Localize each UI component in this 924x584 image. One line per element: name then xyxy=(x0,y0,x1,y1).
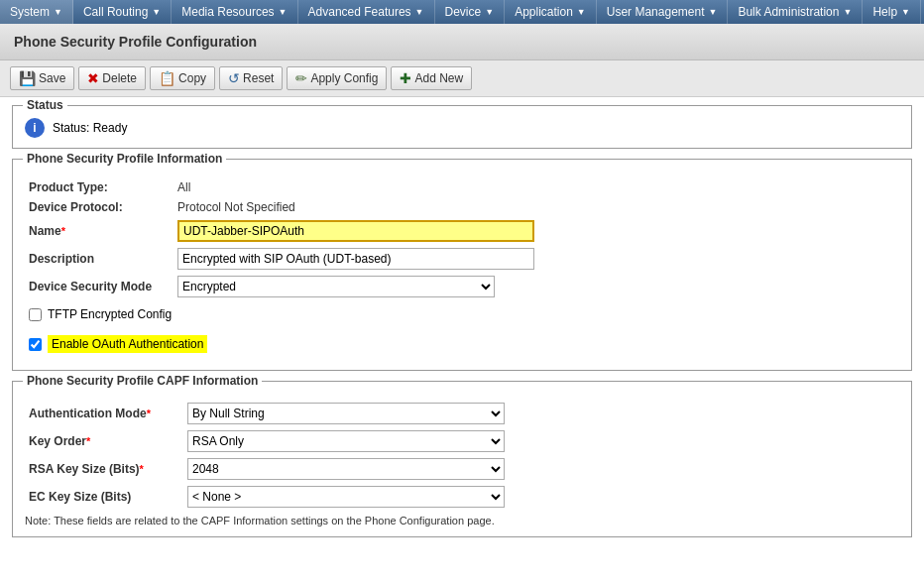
ec-key-size-label: EC Key Size (Bits) xyxy=(25,483,183,511)
chevron-down-icon: ▼ xyxy=(279,7,288,17)
auth-mode-label: Authentication Mode* xyxy=(25,400,183,427)
product-type-row: Product Type: All xyxy=(25,177,899,197)
add-new-button[interactable]: ✚ Add New xyxy=(391,66,472,90)
device-protocol-label: Device Protocol: xyxy=(25,197,173,217)
tftp-checkbox[interactable] xyxy=(29,308,42,321)
navbar-item-media-resources[interactable]: Media Resources ▼ xyxy=(172,0,297,24)
navbar-item-help[interactable]: Help ▼ xyxy=(863,0,921,24)
device-security-mode-label: Device Security Mode xyxy=(25,273,173,300)
page-title: Phone Security Profile Configuration xyxy=(0,24,924,60)
chevron-down-icon: ▼ xyxy=(708,7,717,17)
tftp-label: TFTP Encrypted Config xyxy=(48,307,172,321)
chevron-down-icon: ▼ xyxy=(415,7,424,17)
navbar-item-bulk-administration[interactable]: Bulk Administration ▼ xyxy=(728,0,863,24)
navbar-item-user-management[interactable]: User Management ▼ xyxy=(597,0,729,24)
device-security-mode-select[interactable]: Encrypted Non Secure Authenticated xyxy=(177,276,495,297)
name-row: Name* xyxy=(25,217,899,245)
chevron-down-icon: ▼ xyxy=(152,7,161,17)
add-icon: ✚ xyxy=(400,70,411,86)
capf-info-section: Phone Security Profile CAPF Information … xyxy=(12,381,912,537)
required-star-rsa: * xyxy=(140,463,144,475)
capf-note: Note: These fields are related to the CA… xyxy=(25,515,899,526)
reset-icon: ↺ xyxy=(228,70,240,86)
status-text: Status: Ready xyxy=(53,121,127,135)
product-type-label: Product Type: xyxy=(25,177,173,197)
reset-button[interactable]: ↺ Reset xyxy=(219,66,283,90)
navbar-item-device[interactable]: Device ▼ xyxy=(435,0,506,24)
profile-info-section: Phone Security Profile Information Produ… xyxy=(12,159,912,371)
capf-table: Authentication Mode* By Null String By A… xyxy=(25,400,899,511)
copy-button[interactable]: 📋 Copy xyxy=(150,66,215,90)
required-star: * xyxy=(61,225,65,237)
save-button[interactable]: 💾 Save xyxy=(10,66,74,90)
delete-button[interactable]: ✖ Delete xyxy=(78,66,146,90)
status-content: i Status: Ready xyxy=(25,118,899,138)
description-row: Description xyxy=(25,245,899,273)
oauth-label: Enable OAuth Authentication xyxy=(48,335,207,353)
oauth-checkbox[interactable] xyxy=(29,338,42,351)
chevron-down-icon: ▼ xyxy=(901,7,910,17)
key-order-label: Key Order* xyxy=(25,427,183,455)
navbar-item-system[interactable]: System ▼ xyxy=(0,0,73,24)
rsa-key-size-label: RSA Key Size (Bits)* xyxy=(25,455,183,483)
status-section-title: Status xyxy=(23,98,67,112)
oauth-checkbox-row: Enable OAuth Authentication xyxy=(29,335,895,353)
auth-mode-row: Authentication Mode* By Null String By A… xyxy=(25,400,899,427)
description-input[interactable] xyxy=(177,248,534,270)
required-star-auth: * xyxy=(147,408,151,419)
chevron-down-icon: ▼ xyxy=(577,7,586,17)
info-icon: i xyxy=(25,118,45,138)
chevron-down-icon: ▼ xyxy=(843,7,852,17)
navbar: System ▼ Call Routing ▼ Media Resources … xyxy=(0,0,924,24)
apply-icon: ✏ xyxy=(295,70,307,86)
tftp-checkbox-row: TFTP Encrypted Config xyxy=(29,307,895,321)
navbar-item-application[interactable]: Application ▼ xyxy=(505,0,597,24)
status-section: Status i Status: Ready xyxy=(12,105,912,149)
rsa-key-size-select[interactable]: 512 1024 2048 xyxy=(187,458,505,480)
delete-icon: ✖ xyxy=(87,70,99,86)
device-protocol-value: Protocol Not Specified xyxy=(173,197,899,217)
name-input[interactable] xyxy=(177,220,534,242)
top-toolbar: 💾 Save ✖ Delete 📋 Copy ↺ Reset ✏ Apply C… xyxy=(0,60,924,97)
navbar-item-call-routing[interactable]: Call Routing ▼ xyxy=(73,0,172,24)
capf-info-title: Phone Security Profile CAPF Information xyxy=(23,374,262,388)
profile-info-title: Phone Security Profile Information xyxy=(23,152,226,166)
ec-key-size-row: EC Key Size (Bits) < None > 256 384 521 xyxy=(25,483,899,511)
ec-key-size-select[interactable]: < None > 256 384 521 xyxy=(187,486,505,508)
device-protocol-row: Device Protocol: Protocol Not Specified xyxy=(25,197,899,217)
profile-info-table: Product Type: All Device Protocol: Proto… xyxy=(25,177,899,360)
main-content: Status i Status: Ready Phone Security Pr… xyxy=(0,97,924,584)
tftp-row: TFTP Encrypted Config xyxy=(25,300,899,328)
navbar-item-advanced-features[interactable]: Advanced Features ▼ xyxy=(298,0,435,24)
copy-icon: 📋 xyxy=(159,70,175,86)
key-order-select[interactable]: RSA Only EC Only RSA and EC xyxy=(187,430,505,452)
chevron-down-icon: ▼ xyxy=(54,7,62,17)
chevron-down-icon: ▼ xyxy=(485,7,494,17)
product-type-value: All xyxy=(173,177,899,197)
oauth-row: Enable OAuth Authentication xyxy=(25,328,899,360)
rsa-key-size-row: RSA Key Size (Bits)* 512 1024 2048 xyxy=(25,455,899,483)
name-label: Name* xyxy=(25,217,173,245)
description-label: Description xyxy=(25,245,173,273)
key-order-row: Key Order* RSA Only EC Only RSA and EC xyxy=(25,427,899,455)
auth-mode-select[interactable]: By Null String By Authentication String … xyxy=(187,403,505,424)
save-icon: 💾 xyxy=(19,70,36,86)
required-star-key: * xyxy=(86,435,90,447)
apply-config-button[interactable]: ✏ Apply Config xyxy=(287,66,387,90)
device-security-mode-row: Device Security Mode Encrypted Non Secur… xyxy=(25,273,899,300)
